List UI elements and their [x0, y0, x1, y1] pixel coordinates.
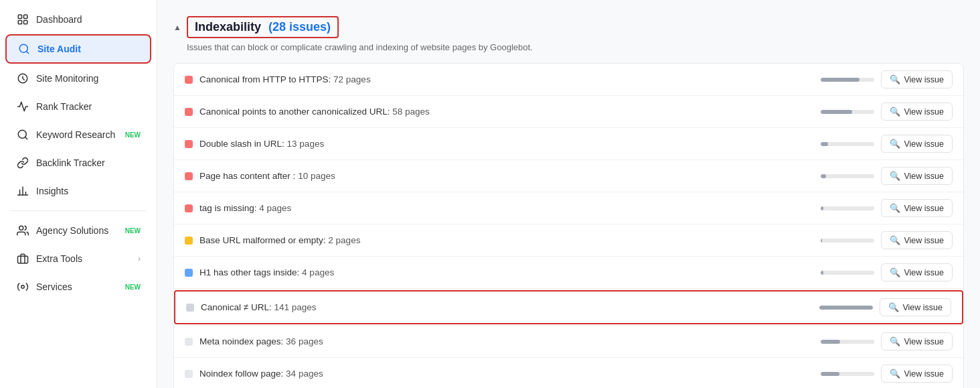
magnify-icon: 🔍 [890, 267, 900, 277]
view-issue-label: View issue [904, 369, 944, 379]
sidebar-item-dashboard-label: Dashboard [36, 14, 141, 25]
sidebar-item-extra-tools-label: Extra Tools [36, 253, 131, 264]
tools-icon [16, 252, 29, 265]
svg-rect-1 [24, 15, 27, 18]
services-icon [16, 280, 29, 294]
view-issue-button[interactable]: 🔍View issue [881, 263, 953, 281]
svg-rect-8 [18, 256, 28, 263]
issue-row: Noindex follow page: 34 pages🔍View issue [174, 358, 963, 388]
issue-text: Base URL malformed or empty: 2 pages [199, 235, 814, 245]
issue-text: Double slash in URL: 13 pages [199, 139, 814, 149]
issue-dot [186, 304, 194, 312]
audit-icon [17, 42, 31, 56]
issue-dot [185, 237, 193, 245]
sidebar-item-site-audit[interactable]: Site Audit [5, 34, 151, 64]
issue-bar [819, 306, 873, 310]
issue-bar [821, 206, 874, 210]
sidebar-item-keyword-research-label: Keyword Research [36, 129, 116, 140]
issue-dot [185, 108, 193, 116]
issue-bar [821, 372, 874, 376]
svg-point-7 [19, 226, 23, 230]
issue-bar [821, 271, 874, 275]
view-issue-label: View issue [904, 268, 944, 277]
main-content: ▲ Indexability (28 issues) Issues that c… [157, 0, 980, 388]
issue-text: Canonical ≠ URL: 141 pages [201, 302, 813, 312]
view-issue-button[interactable]: 🔍View issue [881, 135, 953, 153]
sidebar-item-rank-tracker-label: Rank Tracker [36, 101, 141, 112]
issue-row: Meta noindex pages: 36 pages🔍View issue [174, 326, 963, 358]
issue-dot [185, 370, 193, 378]
sidebar: Dashboard Site Audit Site Monitoring Ran… [0, 0, 157, 388]
sidebar-item-backlink-tracker-label: Backlink Tracker [36, 157, 141, 168]
magnify-icon: 🔍 [890, 235, 900, 245]
issue-dot [185, 338, 193, 346]
view-issue-button[interactable]: 🔍View issue [881, 167, 953, 185]
sidebar-item-backlink-tracker[interactable]: Backlink Tracker [5, 149, 151, 176]
keyword-research-badge: NEW [125, 131, 141, 139]
view-issue-label: View issue [904, 236, 944, 245]
section-header: ▲ Indexability (28 issues) [173, 16, 964, 38]
sidebar-divider [11, 210, 146, 211]
issue-row: H1 has other tags inside: 4 pages🔍View i… [174, 257, 963, 289]
sidebar-item-services[interactable]: Services NEW [5, 273, 151, 300]
services-badge: NEW [125, 283, 141, 291]
view-issue-button[interactable]: 🔍View issue [880, 298, 951, 316]
issue-bar [821, 78, 874, 82]
issue-dot [185, 172, 193, 180]
keyword-icon [16, 128, 29, 141]
issue-bar [821, 340, 874, 344]
issue-bar [821, 142, 874, 146]
magnify-icon: 🔍 [890, 203, 900, 213]
svg-rect-0 [18, 15, 21, 18]
section-title-row: Indexability (28 issues) [187, 16, 339, 38]
view-issue-button[interactable]: 🔍View issue [881, 365, 953, 383]
view-issue-label: View issue [904, 172, 944, 181]
collapse-arrow[interactable]: ▲ [173, 23, 181, 32]
sidebar-item-agency-solutions-label: Agency Solutions [36, 225, 116, 236]
issue-text: Noindex follow page: 34 pages [199, 369, 814, 379]
issue-row: tag is missing: 4 pages🔍View issue [174, 192, 963, 224]
sidebar-item-services-label: Services [36, 281, 116, 292]
sidebar-item-rank-tracker[interactable]: Rank Tracker [5, 93, 151, 120]
sidebar-item-site-monitoring-label: Site Monitoring [36, 73, 141, 84]
magnify-icon: 🔍 [890, 369, 900, 379]
magnify-icon: 🔍 [890, 107, 900, 117]
issue-dot [185, 204, 193, 212]
issue-text: Meta noindex pages: 36 pages [199, 336, 814, 346]
sidebar-item-agency-solutions[interactable]: Agency Solutions NEW [5, 217, 151, 244]
issue-text: Page has content after : 10 pages [199, 171, 814, 181]
magnify-icon: 🔍 [890, 336, 900, 346]
view-issue-button[interactable]: 🔍View issue [881, 199, 953, 217]
issue-row: Page has content after : 10 pages🔍View i… [174, 160, 963, 192]
sidebar-item-keyword-research[interactable]: Keyword Research NEW [5, 121, 151, 148]
section-description: Issues that can block or complicate craw… [187, 42, 964, 52]
view-issue-button[interactable]: 🔍View issue [881, 70, 953, 88]
monitor-icon [16, 72, 29, 85]
view-issue-label: View issue [904, 75, 944, 84]
view-issue-label: View issue [902, 303, 943, 312]
sidebar-item-insights[interactable]: Insights [5, 178, 151, 204]
agency-solutions-badge: NEW [125, 227, 141, 235]
sidebar-item-insights-label: Insights [36, 186, 141, 196]
sidebar-item-extra-tools[interactable]: Extra Tools › [5, 245, 151, 272]
rank-icon [16, 100, 29, 113]
view-issue-label: View issue [904, 139, 944, 149]
issue-bar [821, 174, 874, 178]
issue-text: Canonical points to another canonicalize… [199, 107, 814, 117]
grid-icon [16, 13, 29, 26]
view-issue-button[interactable]: 🔍View issue [881, 332, 953, 350]
magnify-icon: 🔍 [890, 139, 900, 149]
issue-dot [185, 140, 193, 148]
svg-point-9 [21, 285, 25, 289]
issue-row: Double slash in URL: 13 pages🔍View issue [174, 128, 963, 160]
issue-text: H1 has other tags inside: 4 pages [199, 267, 814, 277]
sidebar-item-dashboard[interactable]: Dashboard [5, 6, 151, 33]
backlink-icon [16, 156, 29, 170]
issues-list: Canonical from HTTP to HTTPS: 72 pages🔍V… [173, 63, 964, 388]
section-issue-count: (28 issues) [268, 20, 331, 34]
view-issue-button[interactable]: 🔍View issue [881, 231, 953, 249]
view-issue-button[interactable]: 🔍View issue [881, 103, 953, 121]
issue-row: Canonical ≠ URL: 141 pages🔍View issue [174, 290, 963, 324]
sidebar-item-site-monitoring[interactable]: Site Monitoring [5, 65, 151, 92]
issue-bar [821, 239, 874, 243]
